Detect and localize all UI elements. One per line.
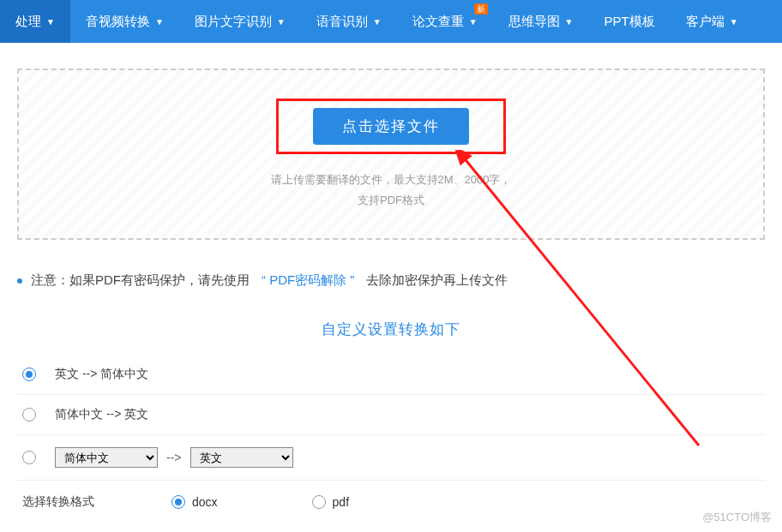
- format-pdf[interactable]: pdf: [312, 495, 349, 509]
- notice-row: 注意：如果PDF有密码保护，请先使用 “ PDF密码解除 ” 去除加密保护再上传…: [17, 272, 765, 289]
- upload-dropzone[interactable]: 点击选择文件 请上传需要翻译的文件，最大支持2M、2000字， 支持PDF格式: [17, 69, 765, 240]
- radio-custom[interactable]: [22, 451, 36, 464]
- format-docx[interactable]: docx: [171, 495, 218, 509]
- watermark: @51CTO博客: [702, 510, 772, 523]
- radio-docx[interactable]: [171, 495, 185, 509]
- output-format-row: 选择转换格式 docx pdf: [17, 481, 765, 523]
- lang-option-en-zh[interactable]: 英文 --> 简体中文: [17, 355, 765, 395]
- nav-item-client[interactable]: 客户端▼: [671, 0, 754, 43]
- bullet-icon: [17, 278, 22, 284]
- radio-en-zh[interactable]: [22, 368, 36, 381]
- notice-prefix: 注意：如果PDF有密码保护，请先使用: [31, 272, 250, 289]
- nav-item-process[interactable]: 处理▼: [0, 0, 70, 43]
- new-badge: 新: [474, 3, 488, 15]
- lang-option-zh-en[interactable]: 简体中文 --> 英文: [17, 395, 765, 435]
- radio-zh-en[interactable]: [22, 408, 36, 421]
- arrow-icon: -->: [166, 451, 182, 464]
- nav-item-speech[interactable]: 语音识别▼: [301, 0, 397, 43]
- lang-to-select[interactable]: 英文: [190, 447, 293, 468]
- nav-item-ocr[interactable]: 图片文字识别▼: [179, 0, 301, 43]
- nav-item-av-convert[interactable]: 音视频转换▼: [70, 0, 179, 43]
- option-label: 简体中文 --> 英文: [55, 407, 148, 422]
- chevron-down-icon: ▼: [730, 17, 738, 27]
- pdf-unlock-link[interactable]: “ PDF密码解除 ”: [262, 272, 354, 289]
- chevron-down-icon: ▼: [277, 17, 286, 27]
- radio-pdf[interactable]: [312, 495, 326, 509]
- custom-settings-title: 自定义设置转换如下: [17, 320, 765, 339]
- format-label: pdf: [333, 495, 349, 509]
- lang-option-custom[interactable]: 简体中文 --> 英文: [17, 435, 765, 481]
- notice-suffix: 去除加密保护再上传文件: [366, 272, 508, 289]
- top-nav: 处理▼ 音视频转换▼ 图片文字识别▼ 语音识别▼ 论文查重▼新 思维导图▼ PP…: [0, 0, 782, 43]
- nav-item-ppt[interactable]: PPT模板: [588, 0, 670, 43]
- choose-file-button[interactable]: 点击选择文件: [313, 108, 469, 145]
- annotation-highlight: 点击选择文件: [276, 99, 506, 154]
- option-label: 英文 --> 简体中文: [55, 367, 148, 382]
- chevron-down-icon: ▼: [155, 17, 164, 27]
- nav-item-mindmap[interactable]: 思维导图▼: [493, 0, 589, 43]
- chevron-down-icon: ▼: [469, 17, 478, 27]
- upload-hint: 请上传需要翻译的文件，最大支持2M、2000字， 支持PDF格式: [271, 170, 512, 210]
- nav-item-paper-check[interactable]: 论文查重▼新: [397, 0, 493, 43]
- chevron-down-icon: ▼: [373, 17, 382, 27]
- chevron-down-icon: ▼: [565, 17, 574, 27]
- chevron-down-icon: ▼: [46, 17, 55, 27]
- lang-from-select[interactable]: 简体中文: [55, 447, 158, 468]
- format-label: docx: [192, 495, 218, 509]
- format-title: 选择转换格式: [22, 494, 94, 510]
